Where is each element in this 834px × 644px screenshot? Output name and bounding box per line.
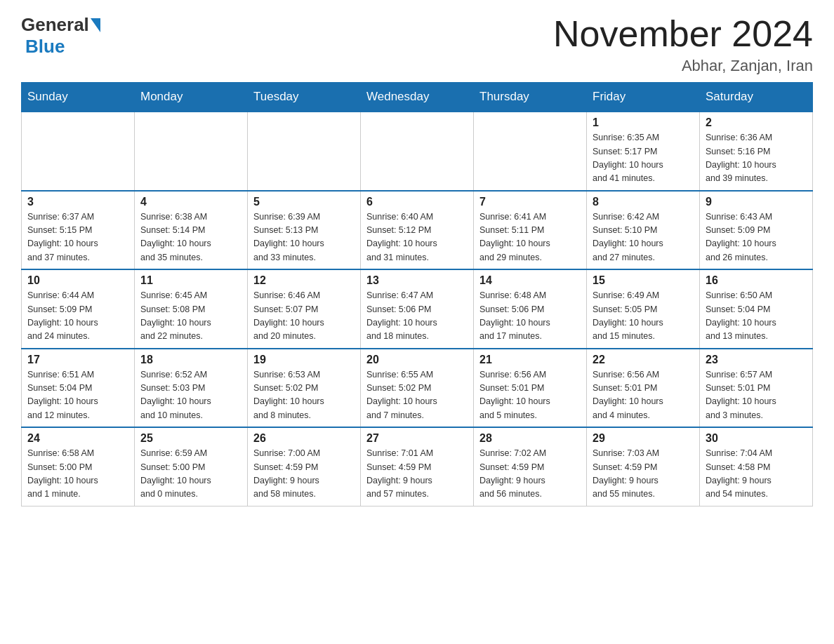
day-number: 28 bbox=[479, 432, 581, 445]
calendar-cell: 14Sunrise: 6:48 AMSunset: 5:06 PMDayligh… bbox=[474, 269, 587, 349]
day-number: 18 bbox=[140, 354, 241, 366]
day-info: Sunrise: 6:35 AMSunset: 5:17 PMDaylight:… bbox=[593, 131, 694, 186]
day-info: Sunrise: 6:48 AMSunset: 5:06 PMDaylight:… bbox=[479, 289, 581, 344]
calendar-cell: 27Sunrise: 7:01 AMSunset: 4:59 PMDayligh… bbox=[361, 427, 474, 506]
day-info: Sunrise: 6:44 AMSunset: 5:09 PMDaylight:… bbox=[27, 289, 128, 344]
day-info: Sunrise: 6:58 AMSunset: 5:00 PMDaylight:… bbox=[27, 447, 128, 502]
calendar-cell: 18Sunrise: 6:52 AMSunset: 5:03 PMDayligh… bbox=[135, 349, 248, 428]
day-info: Sunrise: 6:55 AMSunset: 5:02 PMDaylight:… bbox=[366, 368, 468, 423]
calendar-cell: 25Sunrise: 6:59 AMSunset: 5:00 PMDayligh… bbox=[135, 427, 248, 506]
calendar-cell: 13Sunrise: 6:47 AMSunset: 5:06 PMDayligh… bbox=[361, 269, 474, 349]
calendar-cell: 23Sunrise: 6:57 AMSunset: 5:01 PMDayligh… bbox=[700, 349, 813, 428]
day-info: Sunrise: 6:42 AMSunset: 5:10 PMDaylight:… bbox=[593, 210, 694, 265]
weekday-header-thursday: Thursday bbox=[474, 83, 587, 112]
day-info: Sunrise: 6:37 AMSunset: 5:15 PMDaylight:… bbox=[27, 210, 128, 265]
day-number: 19 bbox=[253, 354, 355, 366]
weekday-header-wednesday: Wednesday bbox=[361, 83, 474, 112]
calendar-cell: 11Sunrise: 6:45 AMSunset: 5:08 PMDayligh… bbox=[135, 269, 248, 349]
calendar-cell bbox=[135, 112, 248, 191]
weekday-header-friday: Friday bbox=[587, 83, 700, 112]
day-info: Sunrise: 6:53 AMSunset: 5:02 PMDaylight:… bbox=[253, 368, 355, 423]
calendar-cell: 1Sunrise: 6:35 AMSunset: 5:17 PMDaylight… bbox=[587, 112, 700, 191]
day-number: 4 bbox=[140, 196, 241, 208]
calendar-cell: 26Sunrise: 7:00 AMSunset: 4:59 PMDayligh… bbox=[248, 427, 361, 506]
calendar-cell: 30Sunrise: 7:04 AMSunset: 4:58 PMDayligh… bbox=[700, 427, 813, 506]
day-info: Sunrise: 6:39 AMSunset: 5:13 PMDaylight:… bbox=[253, 210, 355, 265]
calendar-cell: 4Sunrise: 6:38 AMSunset: 5:14 PMDaylight… bbox=[135, 191, 248, 270]
weekday-header-tuesday: Tuesday bbox=[248, 83, 361, 112]
calendar-cell bbox=[248, 112, 361, 191]
calendar-cell: 20Sunrise: 6:55 AMSunset: 5:02 PMDayligh… bbox=[361, 349, 474, 428]
calendar-cell: 9Sunrise: 6:43 AMSunset: 5:09 PMDaylight… bbox=[700, 191, 813, 270]
calendar-cell: 21Sunrise: 6:56 AMSunset: 5:01 PMDayligh… bbox=[474, 349, 587, 428]
day-number: 16 bbox=[706, 274, 807, 287]
calendar-week-2: 3Sunrise: 6:37 AMSunset: 5:15 PMDaylight… bbox=[22, 191, 813, 270]
day-number: 10 bbox=[27, 274, 128, 287]
weekday-header-monday: Monday bbox=[135, 83, 248, 112]
day-number: 30 bbox=[706, 432, 807, 445]
day-info: Sunrise: 6:43 AMSunset: 5:09 PMDaylight:… bbox=[706, 210, 807, 265]
day-number: 3 bbox=[27, 196, 128, 208]
day-number: 24 bbox=[27, 432, 128, 445]
calendar-cell: 24Sunrise: 6:58 AMSunset: 5:00 PMDayligh… bbox=[22, 427, 135, 506]
weekday-header-sunday: Sunday bbox=[22, 83, 135, 112]
calendar-cell: 15Sunrise: 6:49 AMSunset: 5:05 PMDayligh… bbox=[587, 269, 700, 349]
day-number: 7 bbox=[479, 196, 581, 208]
logo-triangle-icon bbox=[91, 18, 100, 32]
logo: General Blue bbox=[21, 14, 100, 58]
month-year-title: November 2024 bbox=[553, 14, 813, 54]
calendar-cell: 2Sunrise: 6:36 AMSunset: 5:16 PMDaylight… bbox=[700, 112, 813, 191]
calendar-cell: 6Sunrise: 6:40 AMSunset: 5:12 PMDaylight… bbox=[361, 191, 474, 270]
day-info: Sunrise: 7:01 AMSunset: 4:59 PMDaylight:… bbox=[366, 447, 468, 502]
calendar-cell: 29Sunrise: 7:03 AMSunset: 4:59 PMDayligh… bbox=[587, 427, 700, 506]
calendar-week-3: 10Sunrise: 6:44 AMSunset: 5:09 PMDayligh… bbox=[22, 269, 813, 349]
day-info: Sunrise: 6:56 AMSunset: 5:01 PMDaylight:… bbox=[593, 368, 694, 423]
weekday-header-row: SundayMondayTuesdayWednesdayThursdayFrid… bbox=[22, 83, 813, 112]
day-number: 1 bbox=[593, 116, 694, 129]
day-number: 26 bbox=[253, 432, 355, 445]
calendar-cell bbox=[474, 112, 587, 191]
calendar-cell: 7Sunrise: 6:41 AMSunset: 5:11 PMDaylight… bbox=[474, 191, 587, 270]
day-number: 6 bbox=[366, 196, 468, 208]
calendar-week-5: 24Sunrise: 6:58 AMSunset: 5:00 PMDayligh… bbox=[22, 427, 813, 506]
logo-general-text: General bbox=[21, 14, 89, 36]
calendar-week-1: 1Sunrise: 6:35 AMSunset: 5:17 PMDaylight… bbox=[22, 112, 813, 191]
day-number: 11 bbox=[140, 274, 241, 287]
day-info: Sunrise: 6:51 AMSunset: 5:04 PMDaylight:… bbox=[27, 368, 128, 423]
calendar-cell: 10Sunrise: 6:44 AMSunset: 5:09 PMDayligh… bbox=[22, 269, 135, 349]
page-header: General Blue November 2024 Abhar, Zanjan… bbox=[21, 14, 813, 75]
day-info: Sunrise: 6:49 AMSunset: 5:05 PMDaylight:… bbox=[593, 289, 694, 344]
calendar-cell: 28Sunrise: 7:02 AMSunset: 4:59 PMDayligh… bbox=[474, 427, 587, 506]
day-info: Sunrise: 6:52 AMSunset: 5:03 PMDaylight:… bbox=[140, 368, 241, 423]
day-info: Sunrise: 6:36 AMSunset: 5:16 PMDaylight:… bbox=[706, 131, 807, 186]
day-number: 13 bbox=[366, 274, 468, 287]
day-number: 29 bbox=[593, 432, 694, 445]
day-number: 15 bbox=[593, 274, 694, 287]
calendar-cell: 22Sunrise: 6:56 AMSunset: 5:01 PMDayligh… bbox=[587, 349, 700, 428]
calendar-table: SundayMondayTuesdayWednesdayThursdayFrid… bbox=[21, 82, 813, 507]
day-number: 9 bbox=[706, 196, 807, 208]
weekday-header-saturday: Saturday bbox=[700, 83, 813, 112]
day-number: 22 bbox=[593, 354, 694, 366]
day-number: 23 bbox=[706, 354, 807, 366]
calendar-cell: 8Sunrise: 6:42 AMSunset: 5:10 PMDaylight… bbox=[587, 191, 700, 270]
day-info: Sunrise: 7:04 AMSunset: 4:58 PMDaylight:… bbox=[706, 447, 807, 502]
day-info: Sunrise: 6:50 AMSunset: 5:04 PMDaylight:… bbox=[706, 289, 807, 344]
day-info: Sunrise: 6:41 AMSunset: 5:11 PMDaylight:… bbox=[479, 210, 581, 265]
location-subtitle: Abhar, Zanjan, Iran bbox=[553, 57, 813, 75]
day-number: 27 bbox=[366, 432, 468, 445]
day-number: 21 bbox=[479, 354, 581, 366]
calendar-cell: 17Sunrise: 6:51 AMSunset: 5:04 PMDayligh… bbox=[22, 349, 135, 428]
calendar-cell bbox=[361, 112, 474, 191]
day-info: Sunrise: 6:57 AMSunset: 5:01 PMDaylight:… bbox=[706, 368, 807, 423]
day-number: 20 bbox=[366, 354, 468, 366]
day-info: Sunrise: 7:00 AMSunset: 4:59 PMDaylight:… bbox=[253, 447, 355, 502]
day-number: 8 bbox=[593, 196, 694, 208]
logo-blue-text: Blue bbox=[25, 36, 65, 58]
day-info: Sunrise: 6:59 AMSunset: 5:00 PMDaylight:… bbox=[140, 447, 241, 502]
day-info: Sunrise: 6:47 AMSunset: 5:06 PMDaylight:… bbox=[366, 289, 468, 344]
day-info: Sunrise: 6:45 AMSunset: 5:08 PMDaylight:… bbox=[140, 289, 241, 344]
calendar-cell: 16Sunrise: 6:50 AMSunset: 5:04 PMDayligh… bbox=[700, 269, 813, 349]
day-info: Sunrise: 7:02 AMSunset: 4:59 PMDaylight:… bbox=[479, 447, 581, 502]
day-info: Sunrise: 7:03 AMSunset: 4:59 PMDaylight:… bbox=[593, 447, 694, 502]
